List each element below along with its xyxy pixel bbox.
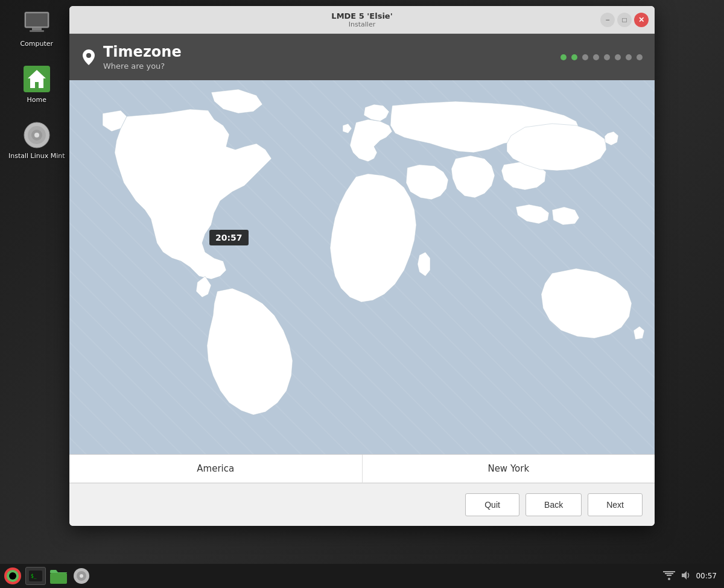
window-title-area: LMDE 5 'Elsie' Installer bbox=[331, 11, 392, 28]
progress-dot-3 bbox=[582, 54, 588, 60]
svg-rect-25 bbox=[665, 573, 673, 574]
minimize-button[interactable]: − bbox=[600, 13, 615, 27]
taskbar-right: 00:57 bbox=[663, 570, 722, 583]
maximize-button[interactable]: □ bbox=[617, 13, 632, 27]
home-icon-label: Home bbox=[27, 96, 46, 104]
window-controls: − □ ✕ bbox=[600, 13, 649, 27]
page-title: Timezone bbox=[103, 43, 182, 60]
progress-dot-4 bbox=[593, 54, 599, 60]
svg-point-27 bbox=[668, 578, 670, 580]
terminal-taskbar-button[interactable]: $_ bbox=[25, 567, 46, 585]
home-icon-graphic bbox=[22, 65, 51, 93]
progress-dot-6 bbox=[615, 54, 621, 60]
svg-rect-26 bbox=[663, 571, 675, 572]
home-desktop-icon[interactable]: Home bbox=[20, 62, 54, 106]
city-field[interactable]: New York bbox=[363, 455, 655, 483]
desktop: Computer Home Install Linux Mint bbox=[0, 0, 724, 588]
progress-dot-8 bbox=[637, 54, 643, 60]
window-title: LMDE 5 'Elsie' bbox=[331, 11, 392, 21]
mint-menu-button[interactable] bbox=[2, 567, 23, 585]
computer-desktop-icon[interactable]: Computer bbox=[17, 6, 56, 50]
svg-rect-24 bbox=[667, 575, 672, 576]
volume-icon bbox=[680, 570, 691, 583]
svg-rect-3 bbox=[30, 30, 44, 32]
window-titlebar: LMDE 5 'Elsie' Installer − □ ✕ bbox=[69, 6, 655, 34]
files-taskbar-button[interactable] bbox=[48, 567, 69, 585]
computer-icon-label: Computer bbox=[20, 40, 53, 48]
cd-icon-graphic bbox=[22, 121, 51, 150]
page-subtitle: Where are you? bbox=[103, 62, 182, 71]
region-field[interactable]: America bbox=[69, 455, 363, 483]
progress-dot-7 bbox=[626, 54, 632, 60]
back-button[interactable]: Back bbox=[526, 493, 582, 516]
footer: Quit Back Next bbox=[69, 483, 655, 526]
cd-taskbar-button[interactable] bbox=[71, 567, 92, 585]
world-map-container[interactable]: 20:57 bbox=[69, 80, 655, 454]
location-fields: America New York bbox=[69, 454, 655, 483]
svg-point-17 bbox=[9, 572, 16, 580]
svg-text:$_: $_ bbox=[31, 574, 37, 579]
page-header: Timezone Where are you? bbox=[69, 34, 655, 80]
quit-button[interactable]: Quit bbox=[465, 493, 519, 516]
svg-point-23 bbox=[80, 574, 83, 578]
time-tooltip: 20:57 bbox=[209, 230, 249, 245]
taskbar-left: $_ bbox=[2, 567, 92, 585]
location-pin-icon bbox=[81, 50, 96, 65]
computer-icon-graphic bbox=[22, 8, 51, 37]
close-button[interactable]: ✕ bbox=[634, 13, 649, 27]
window-subtitle: Installer bbox=[331, 21, 392, 28]
progress-dot-1 bbox=[560, 54, 567, 60]
install-icon-label: Install Linux Mint bbox=[8, 152, 65, 160]
svg-point-10 bbox=[86, 53, 91, 58]
progress-dots bbox=[560, 54, 643, 60]
progress-dot-2 bbox=[571, 54, 577, 60]
svg-rect-2 bbox=[32, 28, 42, 30]
svg-rect-20 bbox=[50, 573, 67, 584]
desktop-icons-area: Computer Home Install Linux Mint bbox=[6, 6, 68, 162]
world-map-svg bbox=[69, 80, 655, 454]
installer-window: LMDE 5 'Elsie' Installer − □ ✕ Timezone bbox=[69, 6, 655, 526]
svg-rect-1 bbox=[26, 13, 48, 27]
next-button[interactable]: Next bbox=[588, 493, 643, 516]
svg-marker-28 bbox=[682, 571, 687, 580]
page-header-left: Timezone Where are you? bbox=[81, 43, 182, 71]
network-icon bbox=[663, 570, 675, 583]
page-title-area: Timezone Where are you? bbox=[103, 43, 182, 71]
install-linux-desktop-icon[interactable]: Install Linux Mint bbox=[6, 118, 68, 162]
taskbar: $_ bbox=[0, 564, 724, 588]
taskbar-time: 00:57 bbox=[696, 572, 717, 580]
progress-dot-5 bbox=[604, 54, 610, 60]
svg-point-9 bbox=[34, 133, 39, 138]
